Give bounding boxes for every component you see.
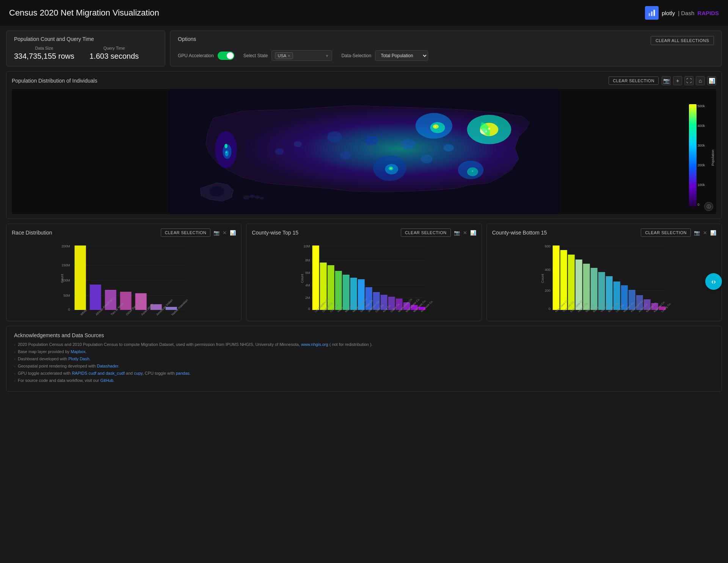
svg-point-34 <box>485 131 487 132</box>
camera-icon[interactable]: 📷 <box>662 76 671 85</box>
state-control: Select State USA × ▼ <box>243 50 333 61</box>
chart-icon[interactable]: 📊 <box>707 76 716 85</box>
state-select-wrapper[interactable]: USA × ▼ <box>271 50 332 61</box>
race-close-icon[interactable]: ✕ <box>223 230 227 236</box>
plotly-label: plotly <box>662 10 675 16</box>
svg-point-37 <box>226 152 227 153</box>
main-content: Population Count and Query Time Data Siz… <box>0 26 728 396</box>
nhgis-link[interactable]: www.nhgis.org <box>301 342 328 347</box>
state-tag-remove[interactable]: × <box>288 53 290 58</box>
stats-card-title: Population Count and Query Time <box>14 36 157 42</box>
race-distribution-card: Race Distribution CLEAR SELECTION 📷 ✕ 📊 … <box>6 224 242 321</box>
acknowledgements-section: Acknowledgements and Data Sources 2020 P… <box>6 326 722 392</box>
ack-item-3: Geospatial point rendering developed wit… <box>14 364 714 369</box>
ack-item-0: 2020 Population Census and 2010 Populati… <box>14 342 714 347</box>
svg-text:200M: 200M <box>61 244 70 248</box>
gpu-control: GPU Acceleration <box>178 52 234 60</box>
expand-icon[interactable]: ⛶ <box>684 76 693 85</box>
data-size-value: 334,735,155 rows <box>14 52 74 61</box>
race-chart-svg: 200M 150M 100M 50M 0 Count <box>12 241 236 316</box>
race-chart-icon[interactable]: 📊 <box>230 230 236 236</box>
bottom15-chart-area: 600 400 200 0 Count <box>492 241 716 316</box>
svg-point-36 <box>390 168 392 169</box>
map-info-button[interactable]: ⓘ <box>704 202 713 211</box>
page-title: Census 2020 Net Migration Visualization <box>9 8 159 18</box>
bottom15-card: County-wise Bottom 15 CLEAR SELECTION 📷 … <box>486 224 722 321</box>
charts-row: Race Distribution CLEAR SELECTION 📷 ✕ 📊 … <box>6 224 722 321</box>
colorbar <box>689 104 697 206</box>
race-camera-icon[interactable]: 📷 <box>213 230 220 236</box>
svg-rect-50 <box>75 246 86 310</box>
svg-point-33 <box>488 128 490 130</box>
pandas-link[interactable]: pandas <box>176 371 190 375</box>
stats-row: Data Size 334,735,155 rows Query Time 1.… <box>14 46 157 61</box>
top15-camera-icon[interactable]: 📷 <box>454 230 460 236</box>
svg-text:600: 600 <box>544 244 550 248</box>
data-selection-select[interactable]: Total Population <box>375 50 428 61</box>
bottom15-chart-icon[interactable]: 📊 <box>710 230 716 236</box>
race-chart-area: 200M 150M 100M 50M 0 Count <box>12 241 236 316</box>
colorbar-gradient <box>689 104 697 206</box>
cupy-link[interactable]: cupy <box>134 371 142 375</box>
top15-title: County-wise Top 15 <box>252 230 298 236</box>
data-size-stat: Data Size 334,735,155 rows <box>14 46 74 61</box>
colorbar-label-100k: 100k <box>697 183 705 187</box>
zoom-icon[interactable]: + <box>673 76 682 85</box>
gpu-label: GPU Acceleration <box>178 53 214 58</box>
colorbar-label-200k: 200k <box>697 163 705 167</box>
stats-card: Population Count and Query Time Data Siz… <box>6 30 165 67</box>
mapbox-link[interactable]: Mapbox <box>71 349 85 354</box>
bottom15-header-right: CLEAR SELECTION 📷 ✕ 📊 <box>641 228 716 237</box>
map-container[interactable]: 500k 400k 300k 200k 100k 0 Population ⓘ <box>12 89 716 214</box>
datashader-link[interactable]: Datashader <box>97 364 118 368</box>
clear-all-button[interactable]: CLEAR ALL SELECTIONS <box>651 36 714 45</box>
svg-text:Count: Count <box>300 274 304 283</box>
race-clear-button[interactable]: CLEAR SELECTION <box>161 228 211 237</box>
svg-rect-2 <box>654 10 655 16</box>
svg-text:2M: 2M <box>305 296 310 300</box>
bottom15-close-icon[interactable]: ✕ <box>703 230 707 236</box>
map-header-right: CLEAR SELECTION 📷 + ⛶ ⌂ 📊 <box>609 76 716 85</box>
race-chart-title: Race Distribution <box>12 230 52 236</box>
top15-close-icon[interactable]: ✕ <box>463 230 467 236</box>
svg-text:10M: 10M <box>303 244 310 248</box>
svg-text:0: 0 <box>68 308 70 311</box>
ack-item-4: GPU toggle accelerated with RAPIDS cudf … <box>14 371 714 376</box>
svg-rect-121 <box>590 268 597 310</box>
top15-header-right: CLEAR SELECTION 📷 ✕ 📊 <box>401 228 476 237</box>
bottom15-header: County-wise Bottom 15 CLEAR SELECTION 📷 … <box>492 228 716 237</box>
colorbar-label-400k: 400k <box>697 124 705 128</box>
map-title: Population Distribution of Individuals <box>12 78 97 84</box>
svg-text:6M: 6M <box>305 271 310 275</box>
svg-point-27 <box>294 141 302 147</box>
svg-point-19 <box>224 144 228 149</box>
plotly-icon <box>645 6 659 20</box>
bottom15-camera-icon[interactable]: 📷 <box>694 230 700 236</box>
top15-clear-button[interactable]: CLEAR SELECTION <box>401 228 451 237</box>
svg-point-18 <box>225 150 229 156</box>
home-icon[interactable]: ⌂ <box>696 76 705 85</box>
svg-text:4M: 4M <box>305 283 310 287</box>
colorbar-label-300k: 300k <box>697 144 705 147</box>
svg-point-32 <box>260 197 264 199</box>
logo-group: plotly | Dash RAPIDS <box>645 6 719 20</box>
data-sel-control: Data-Selection Total Population <box>341 50 428 61</box>
gpu-toggle[interactable] <box>218 52 234 60</box>
top15-header: County-wise Top 15 CLEAR SELECTION 📷 ✕ 📊 <box>252 228 476 237</box>
map-clear-button[interactable]: CLEAR SELECTION <box>609 77 659 85</box>
rapids-link[interactable]: RAPIDS cudf and dask_cudf <box>72 371 124 375</box>
svg-point-31 <box>255 195 260 199</box>
nav-arrows[interactable]: ‹› <box>705 273 722 290</box>
svg-point-23 <box>401 139 416 149</box>
svg-rect-0 <box>649 13 650 16</box>
plotly-dash-link[interactable]: Plotly Dash <box>68 357 89 361</box>
top15-chart-area: 10M 8M 6M 4M 2M 0 Count <box>252 241 476 316</box>
toggle-thumb <box>227 52 234 59</box>
svg-point-25 <box>444 144 454 152</box>
bottom15-clear-button[interactable]: CLEAR SELECTION <box>641 228 691 237</box>
top15-chart-icon[interactable]: 📊 <box>470 230 476 236</box>
github-link[interactable]: GitHub <box>100 378 113 383</box>
svg-point-22 <box>340 151 351 159</box>
svg-point-26 <box>275 148 284 155</box>
svg-point-28 <box>209 186 224 196</box>
